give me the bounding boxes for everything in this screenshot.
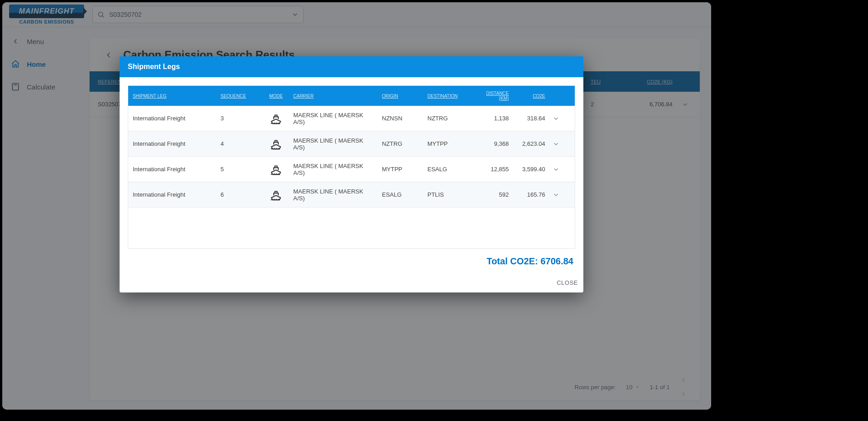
modal-actions: CLOSE — [120, 275, 583, 292]
cell-leg: International Freight — [128, 115, 217, 122]
ship-icon — [269, 112, 283, 125]
cell-leg: International Freight — [128, 191, 217, 198]
cell-origin: NZNSN — [378, 115, 424, 122]
cell-mode — [262, 163, 290, 176]
cell-leg-co2e: 2,623.04 — [512, 140, 549, 147]
legs-table: SHIPMENT LEG SEQUENCE MODE CARRIER ORIGI… — [128, 85, 575, 249]
close-button[interactable]: CLOSE — [557, 279, 578, 286]
cell-origin: MYTPP — [378, 166, 424, 173]
app-window: MAINFREIGHT CARBON EMISSIONS Menu Home C… — [2, 2, 711, 410]
cell-carrier: MAERSK LINE ( MAERSK A/S) — [290, 188, 378, 202]
expand-leg[interactable] — [549, 115, 572, 122]
col-carrier[interactable]: CARRIER — [290, 94, 378, 99]
cell-dist: 592 — [476, 191, 512, 198]
shipment-legs-modal: Shipment Legs SHIPMENT LEG SEQUENCE MODE… — [120, 56, 583, 292]
col-shipment-leg[interactable]: SHIPMENT LEG — [128, 94, 217, 99]
cell-dest: PTLIS — [424, 191, 476, 198]
col-leg-co2e[interactable]: CO2E — [512, 94, 549, 99]
ship-icon — [269, 137, 283, 151]
cell-seq: 5 — [217, 166, 262, 173]
cell-leg-co2e: 165.76 — [512, 191, 549, 198]
modal-body: SHIPMENT LEG SEQUENCE MODE CARRIER ORIGI… — [120, 77, 583, 275]
col-distance[interactable]: DISTANCE (KM) — [476, 91, 512, 101]
cell-mode — [262, 137, 290, 151]
cell-dest: NZTRG — [424, 115, 476, 122]
cell-leg: International Freight — [128, 166, 217, 173]
chevron-down-icon — [552, 166, 560, 173]
cell-seq: 6 — [217, 191, 262, 198]
expand-leg[interactable] — [549, 166, 572, 173]
cell-dist: 9,368 — [476, 140, 512, 147]
cell-carrier: MAERSK LINE ( MAERSK A/S) — [290, 112, 378, 125]
cell-dist: 1,138 — [476, 115, 512, 122]
cell-mode — [262, 112, 290, 125]
cell-mode — [262, 188, 290, 202]
cell-carrier: MAERSK LINE ( MAERSK A/S) — [290, 137, 378, 151]
cell-leg-co2e: 3,599.40 — [512, 166, 549, 173]
chevron-down-icon — [552, 115, 560, 122]
leg-row[interactable]: International Freight6MAERSK LINE ( MAER… — [128, 182, 575, 208]
chevron-down-icon — [552, 140, 560, 148]
ship-icon — [269, 188, 283, 202]
col-sequence[interactable]: SEQUENCE — [217, 94, 262, 99]
col-destination[interactable]: DESTINATION — [424, 94, 476, 99]
col-origin[interactable]: ORIGIN — [378, 94, 424, 99]
expand-leg[interactable] — [549, 140, 572, 148]
cell-origin: NZTRG — [378, 140, 424, 147]
col-mode[interactable]: MODE — [262, 94, 290, 99]
legs-table-head: SHIPMENT LEG SEQUENCE MODE CARRIER ORIGI… — [128, 86, 575, 106]
leg-row[interactable]: International Freight3MAERSK LINE ( MAER… — [128, 106, 575, 131]
cell-seq: 4 — [217, 140, 262, 147]
cell-dest: MYTPP — [424, 140, 476, 147]
leg-row[interactable]: International Freight4MAERSK LINE ( MAER… — [128, 131, 575, 157]
cell-dest: ESALG — [424, 166, 476, 173]
cell-carrier: MAERSK LINE ( MAERSK A/S) — [290, 163, 378, 176]
modal-title: Shipment Legs — [120, 56, 583, 77]
cell-origin: ESALG — [378, 191, 424, 198]
ship-icon — [269, 163, 283, 176]
cell-seq: 3 — [217, 115, 262, 122]
expand-leg[interactable] — [549, 191, 572, 198]
cell-leg-co2e: 318.64 — [512, 115, 549, 122]
leg-row[interactable]: International Freight5MAERSK LINE ( MAER… — [128, 157, 575, 182]
total-co2e: Total CO2E: 6706.84 — [128, 249, 575, 267]
cell-leg: International Freight — [128, 140, 217, 147]
chevron-down-icon — [552, 191, 560, 198]
cell-dist: 12,855 — [476, 166, 512, 173]
